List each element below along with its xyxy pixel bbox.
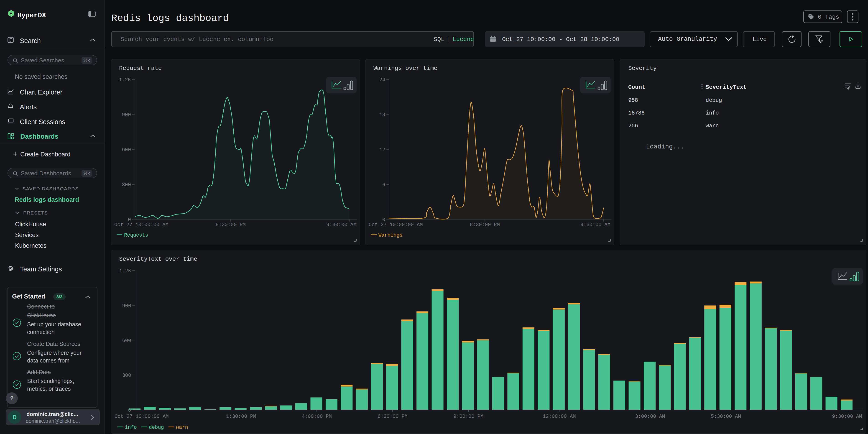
svg-text:256: 256 (628, 123, 638, 129)
svg-text:SeverityText over time: SeverityText over time (119, 256, 197, 262)
svg-text:900: 900 (122, 303, 131, 309)
svg-text:Severity: Severity (628, 65, 657, 72)
svg-text:24: 24 (379, 77, 385, 83)
svg-text:4:00:00 PM: 4:00:00 PM (302, 414, 332, 420)
svg-text:5:30:00 AM: 5:30:00 AM (711, 414, 741, 420)
svg-text:18786: 18786 (628, 110, 645, 116)
svg-text:3:00:00 AM: 3:00:00 AM (635, 414, 665, 420)
svg-text:Loading...: Loading... (646, 143, 684, 150)
svg-text:Oct 27 10:00:00 AM: Oct 27 10:00:00 AM (115, 414, 169, 420)
svg-text:1.2K: 1.2K (119, 268, 131, 274)
svg-text:Warnings over time: Warnings over time (373, 65, 437, 72)
svg-text:12:00:00 AM: 12:00:00 AM (542, 414, 576, 420)
svg-text:Request rate: Request rate (119, 65, 162, 72)
svg-text:Oct 27 10:00:00 AM: Oct 27 10:00:00 AM (114, 222, 168, 228)
svg-text:Warnings: Warnings (378, 232, 403, 238)
svg-text:Oct 27 10:00:00 AM: Oct 27 10:00:00 AM (369, 222, 423, 228)
svg-text:600: 600 (122, 147, 131, 153)
svg-text:8:30:00 PM: 8:30:00 PM (470, 222, 500, 228)
svg-text:9:30:00 AM: 9:30:00 AM (581, 222, 611, 228)
svg-text:958: 958 (628, 97, 638, 103)
svg-text:6:30:00 PM: 6:30:00 PM (377, 414, 408, 420)
svg-text:1:30:00 PM: 1:30:00 PM (226, 414, 256, 420)
svg-text:9:00:00 PM: 9:00:00 PM (453, 414, 484, 420)
svg-text:info: info (125, 425, 137, 430)
svg-text:900: 900 (122, 112, 131, 118)
svg-text:info: info (706, 110, 719, 116)
svg-text:1.2K: 1.2K (119, 77, 131, 83)
svg-text:warn: warn (706, 123, 719, 129)
svg-text:12: 12 (379, 147, 385, 153)
svg-text:debug: debug (706, 97, 722, 103)
svg-text:8:30:00 PM: 8:30:00 PM (216, 222, 246, 228)
svg-text:18: 18 (379, 112, 385, 118)
svg-text:warn: warn (176, 425, 188, 430)
svg-text:Count: Count (628, 84, 645, 91)
svg-text:Requests: Requests (124, 232, 148, 238)
svg-text:300: 300 (122, 373, 131, 378)
svg-text:6: 6 (382, 182, 385, 188)
svg-text:600: 600 (122, 338, 131, 344)
svg-text:0: 0 (128, 408, 131, 413)
svg-text:SeverityText: SeverityText (706, 84, 747, 91)
svg-text:debug: debug (149, 425, 164, 430)
svg-text:9:30:00 AM: 9:30:00 AM (326, 222, 356, 228)
svg-text:9:30:00 AM: 9:30:00 AM (832, 414, 862, 420)
svg-text:300: 300 (122, 182, 131, 188)
